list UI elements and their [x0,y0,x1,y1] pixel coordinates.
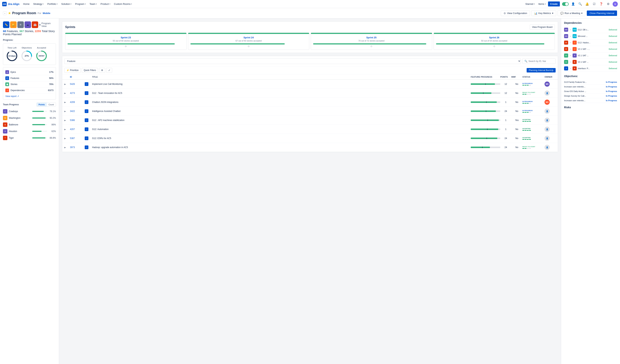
row-expand-icon[interactable]: ▶ [64,101,70,103]
app-logo[interactable]: JA Jira Align [2,2,19,6]
help-icon[interactable]: ❓ [599,1,604,7]
sprints-title: Sprints [65,25,75,29]
edit-view-icon[interactable]: ✏️ [3,21,9,28]
row-mmf: No [511,146,522,149]
create-button[interactable]: Create [548,1,560,6]
chevron-down-icon: ▾ [109,3,110,5]
nav-portfolio[interactable]: Portfolio ▾ [46,2,59,6]
feature-progress-bar [471,83,500,85]
row-expand-icon[interactable]: ▶ [64,110,70,112]
row-id[interactable]: 4209 [70,101,85,104]
progress-marker [487,129,488,130]
main-content: Sprints View Program Board Sprint 23 55 … [59,18,561,364]
close-pi-button[interactable]: Close Planning Interval [587,11,617,16]
search-input[interactable]: 🔍 Search by ID, Nar [522,59,556,64]
view-program-board-button[interactable]: View Program Board [530,25,555,30]
row-expand-icon[interactable]: ▶ [64,146,70,149]
key-metrics-button[interactable]: 📊 Key Metrics ▾ [531,11,556,16]
toggle-switch[interactable] [562,2,569,6]
settings-icon[interactable]: ⚙ [606,1,611,7]
dependency-item: GD → Cha Mirrored ... Delivered [564,33,617,39]
mobile-label[interactable]: Mobile [43,12,50,15]
sprint-name[interactable]: Sprint 23 [67,36,184,39]
nav-strategy[interactable]: Strategy ▾ [32,2,45,6]
stories-icon: ▣ [5,82,9,86]
row-id[interactable]: 3973 [70,146,85,149]
bell-icon[interactable]: 🔔 [585,1,590,7]
feature-filter-select[interactable]: Feature [64,58,521,64]
expand-button[interactable]: ⤢ [106,68,112,73]
settings-table-button[interactable]: ⚙ [99,68,105,73]
dep-from-icon: J [564,66,568,70]
row-owner-avatar: 👤 [544,91,550,96]
main-layout: ✏️ 🔔 ≡ ☁ 📅 ⊞ Program View 68 Features, 3… [0,18,620,364]
tab-count[interactable]: Count [47,103,56,106]
calendar-view-icon[interactable]: 📅 [32,21,38,28]
objective-label: G13 Family Feature for... [564,81,604,83]
row-expand-icon[interactable]: ▶ [64,119,70,121]
notification-view-icon[interactable]: 🔔 [10,21,17,28]
row-id[interactable]: 4207 [70,128,85,131]
row-title: G12: ESRs for AC5 [92,137,471,140]
row-title: Implement Live Call Monitoring [92,83,471,85]
col-progress: Feature Progress [471,76,500,78]
dependency-item: GD → Cha G12: DB c... Delivered [564,27,617,33]
row-expand-icon[interactable]: ▶ [64,83,70,85]
row-expand-icon[interactable]: ▶ [64,137,70,139]
row-id[interactable]: 5426 [70,83,85,85]
row-expand-icon[interactable]: ▶ [64,92,70,94]
row-points: 24 [500,110,511,112]
epics-value: 17% [49,71,54,73]
nav-program[interactable]: Program ▾ [74,2,87,6]
nav-starred[interactable]: Starred ▾ [524,2,536,6]
nav-home[interactable]: Home [22,2,31,6]
dependency-item: B → ⚡ G12: Hadoo... Delivered [564,39,617,46]
chevron-down-icon: ▾ [70,3,71,5]
search-icon[interactable]: 🔍 [578,1,583,7]
row-id[interactable]: 5386 [70,119,85,121]
nav-items[interactable]: Items ▾ [537,2,547,6]
sprint-name[interactable]: Sprint 24 [190,36,307,39]
quick-filters-button[interactable]: Quick Filters [82,68,98,73]
col-id[interactable]: ID [70,76,85,78]
nav-team[interactable]: Team ▾ [88,2,98,6]
table-row: ▶ 4273 ⬡ G12 : Team innovation for AC5 1… [62,89,558,98]
burnup-button[interactable]: Planning Interval BurnUp [527,68,556,73]
sprints-header: Sprints View Program Board [65,25,555,30]
team-bar-fill [32,124,45,125]
table-body: ▶ 5426 ⬡ Implement Live Call Monitoring … [62,80,558,152]
row-expand-icon[interactable]: ▶ [64,128,70,130]
sprint-card: Sprint 24 67 out of 83 stories accepted … [188,33,310,50]
checkmark-icon[interactable]: ☑ [591,1,597,7]
sprint-name[interactable]: Sprint 25 [313,36,430,39]
row-type-icon: ⬡ [85,127,88,131]
prioritize-button[interactable]: ⚡ Prioritize [64,68,81,73]
avatar[interactable]: U [613,1,618,7]
star-icon[interactable]: ★ [8,11,11,15]
row-id[interactable]: 5387 [70,137,85,140]
nav-custom-rooms[interactable]: Custom Rooms ▾ [113,2,134,6]
user-icon[interactable]: 👤 [571,1,576,7]
sidebar-toggle[interactable]: ‹ [3,11,7,15]
objective-status: In Progress [606,81,617,83]
tab-points[interactable]: Points [37,103,47,106]
nav-solution[interactable]: Solution ▾ [60,2,73,6]
dep-arrow-icon: → [569,67,572,70]
program-view-text: Program View [42,22,56,28]
program-view-label[interactable]: ⊞ Program View [39,22,56,28]
sprint-progress-bar [67,43,175,45]
sprint-name[interactable]: Sprint 26 [436,36,553,39]
features-metric: ⬡ Features 56% [5,75,54,81]
row-id[interactable]: 3422 [70,110,85,112]
nav-product[interactable]: Product ▾ [99,2,112,6]
team-value: 78.1% [48,110,56,113]
row-id[interactable]: 4273 [70,92,85,94]
view-configuration-button[interactable]: ⚙ View Configuration [501,11,530,16]
cloud-view-icon[interactable]: ☁ [25,21,31,28]
table-row: ▶ 5386 ⬡ G12 : AP2 machines stabilizatio… [62,116,558,125]
sprint-stats: 70 out of 72 stories accepted [313,40,430,42]
view-report-link[interactable]: View report ↗ [5,95,54,98]
run-meeting-button[interactable]: 💬 Run a Meeting ▾ [558,11,586,16]
epics-icon: ◇ [5,70,9,74]
list-view-icon[interactable]: ≡ [17,21,24,28]
